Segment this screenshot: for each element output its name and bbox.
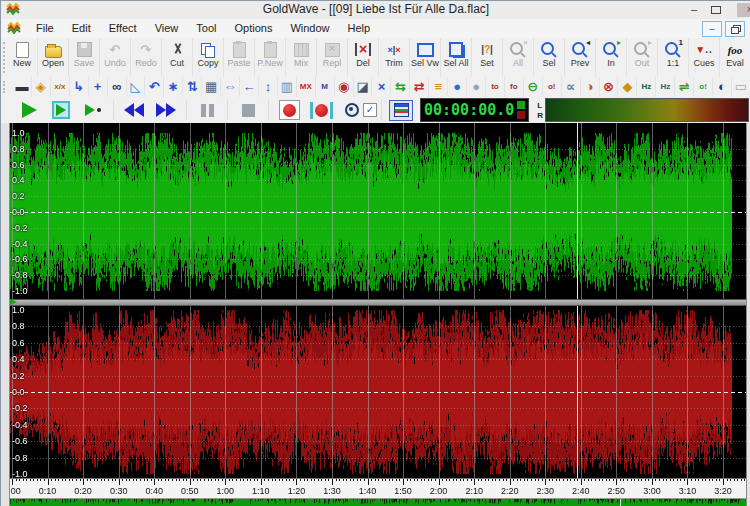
left-channel-area[interactable]: 1.00.80.60.40.20.0-0.2-0.4-0.6-0.8-1.0: [10, 123, 746, 299]
menu-window[interactable]: Window: [281, 19, 338, 38]
monitor-radio-icon[interactable]: [345, 103, 359, 117]
offset-alert-icon[interactable]: o!: [543, 77, 562, 97]
set-button[interactable]: |?|Set: [472, 38, 503, 77]
speaker-pan-icon[interactable]: ◪: [354, 77, 373, 97]
resample-icon[interactable]: ⇌: [675, 77, 694, 97]
chain-icon[interactable]: ∝: [562, 77, 581, 97]
left-arrow-icon[interactable]: ←: [240, 77, 259, 97]
bend-arrow-icon[interactable]: ↳: [70, 77, 89, 97]
gear-icon[interactable]: ∗: [164, 77, 183, 97]
swap-red-icon[interactable]: ⇄: [410, 77, 429, 97]
hz-width-icon[interactable]: Hz: [656, 77, 675, 97]
button-label: 1:1: [667, 58, 680, 68]
swap-green-icon[interactable]: ⇆: [391, 77, 410, 97]
envelope-icon[interactable]: ▭: [732, 77, 750, 97]
menu-edit[interactable]: Edit: [63, 19, 100, 38]
play-button[interactable]: [14, 98, 44, 122]
cut-button[interactable]: Cut: [162, 38, 193, 77]
menu-file[interactable]: File: [27, 19, 63, 38]
open-button[interactable]: Open: [38, 38, 69, 77]
button-label: New: [13, 58, 31, 68]
minimize-button[interactable]: –: [683, 3, 705, 17]
ring-mod-icon[interactable]: ⊖: [524, 77, 543, 97]
matrix-grid-icon[interactable]: ▦: [202, 77, 221, 97]
record-button[interactable]: [274, 98, 304, 122]
overview-bar[interactable]: [10, 498, 746, 506]
p-new-button: P.New: [255, 38, 286, 77]
record-selection-button[interactable]: [306, 98, 336, 122]
menu-options[interactable]: Options: [225, 19, 281, 38]
equalizer-icon[interactable]: ≡: [429, 77, 448, 97]
trim-button[interactable]: ×|×Trim: [379, 38, 410, 77]
play-selection-button[interactable]: [46, 98, 76, 122]
button-label: Save: [74, 58, 95, 68]
right-channel-area[interactable]: 1.00.80.60.40.20.0-0.2-0.4-0.6-0.8-1.0: [10, 306, 746, 478]
sel-all-button[interactable]: Sel All: [441, 38, 472, 77]
rewind-button[interactable]: [119, 98, 149, 122]
stereo-link-icon[interactable]: ∞: [108, 77, 127, 97]
x-cross-icon[interactable]: ×: [372, 77, 391, 97]
toolbar-grip[interactable]: [3, 42, 5, 73]
button-label: P.New: [257, 58, 282, 68]
amplitude-scale-label: -0.8: [12, 453, 28, 463]
mx-convert-icon[interactable]: MX: [297, 77, 316, 97]
amplitude-scale-label: -0.8: [12, 270, 28, 280]
button-label: Out: [635, 58, 650, 68]
split-circle-icon[interactable]: ◑: [581, 77, 600, 97]
reverse-arrow-icon[interactable]: ↶: [145, 77, 164, 97]
pause-button[interactable]: [192, 98, 222, 122]
time-axis[interactable]: 0:000:100:200:300:400:501:001:101:201:30…: [10, 478, 746, 499]
mdi-minimize-button[interactable]: –: [702, 21, 722, 37]
stretch-arrows-icon[interactable]: ⇔: [221, 77, 240, 97]
x-over-x-icon[interactable]: x/x: [51, 77, 70, 97]
new-file-icon: [16, 41, 29, 58]
overview-waveform[interactable]: [10, 499, 746, 506]
cues-button[interactable]: ▼..Cues: [689, 38, 720, 77]
pitch-updown-icon[interactable]: ⇅: [183, 77, 202, 97]
control-properties-button[interactable]: [389, 100, 413, 121]
menu-view[interactable]: View: [146, 19, 188, 38]
maximize-button[interactable]: [705, 3, 727, 17]
sel-vw-button[interactable]: Sel Vw: [410, 38, 441, 77]
in-button[interactable]: ▸In: [596, 38, 627, 77]
m-convert-icon[interactable]: M: [316, 77, 335, 97]
pan-arrows-icon[interactable]: +: [89, 77, 108, 97]
toolbar-grip[interactable]: [3, 81, 11, 93]
dark-globe-icon[interactable]: ◐: [713, 77, 732, 97]
diamond-icon[interactable]: ◆: [618, 77, 637, 97]
close-button[interactable]: ×: [737, 3, 750, 17]
right-channel-waveform[interactable]: [10, 306, 746, 478]
no-entry-icon[interactable]: ⊗: [600, 77, 619, 97]
menu-help[interactable]: Help: [339, 19, 380, 38]
grey-sphere-icon[interactable]: ●: [467, 77, 486, 97]
hz-play-icon[interactable]: Hz: [637, 77, 656, 97]
eval-button[interactable]: fooEval: [720, 38, 750, 77]
mdi-restore-button[interactable]: [725, 21, 745, 37]
properties-window-icon: [394, 103, 409, 117]
fast-forward-button[interactable]: [151, 98, 181, 122]
tempo-fo-icon[interactable]: fo: [505, 77, 524, 97]
eq-alert-icon[interactable]: o!: [694, 77, 713, 97]
ramp-triangle-icon[interactable]: ◺: [127, 77, 146, 97]
play-from-cursor-button[interactable]: [78, 98, 108, 122]
title-bar: GoldWave - [[09] Liebe Ist Für Alle Da.f…: [1, 1, 750, 20]
eye-icon[interactable]: ◉: [335, 77, 354, 97]
channel-divider[interactable]: [10, 299, 746, 306]
menu-effect[interactable]: Effect: [100, 19, 146, 38]
menu-tool[interactable]: Tool: [187, 19, 225, 38]
sel-button[interactable]: Sel: [534, 38, 565, 77]
del-button[interactable]: ×Del: [348, 38, 379, 77]
copy-button[interactable]: Copy: [193, 38, 224, 77]
flatten-icon[interactable]: ▬: [13, 77, 32, 97]
monitor-checkbox[interactable]: ✓: [363, 103, 377, 117]
new-button[interactable]: New: [7, 38, 38, 77]
wave-shape-icon[interactable]: ◈: [32, 77, 51, 97]
stop-button[interactable]: [233, 98, 263, 122]
prev-button[interactable]: ◂Prev: [565, 38, 596, 77]
left-channel-waveform[interactable]: [10, 123, 746, 299]
updown-arrow-icon[interactable]: ↕: [259, 77, 278, 97]
histogram-icon[interactable]: ▥: [278, 77, 297, 97]
tempo-to-icon[interactable]: to: [486, 77, 505, 97]
1:1-button[interactable]: 11:1: [658, 38, 689, 77]
blue-sphere-icon[interactable]: ●: [448, 77, 467, 97]
